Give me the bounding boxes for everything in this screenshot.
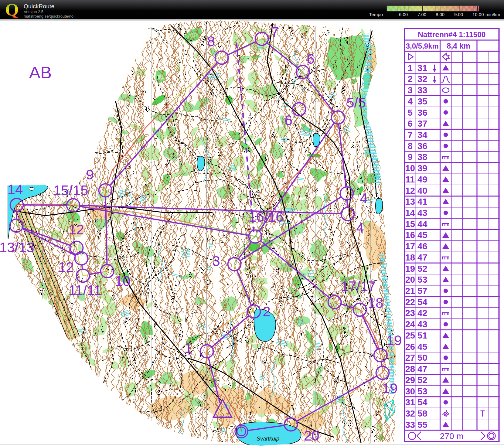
- svg-text:36: 36: [417, 108, 427, 117]
- svg-text:7: 7: [408, 130, 413, 140]
- svg-text:30: 30: [405, 386, 415, 396]
- svg-text:9: 9: [408, 152, 413, 162]
- svg-text:21: 21: [405, 286, 415, 296]
- svg-text:35: 35: [417, 97, 427, 106]
- svg-text:54: 54: [417, 397, 427, 407]
- svg-text:10: 10: [405, 163, 415, 173]
- svg-text:47: 47: [417, 364, 427, 374]
- svg-text:6: 6: [408, 119, 413, 128]
- svg-text:8,4 km: 8,4 km: [447, 42, 470, 50]
- svg-text:58: 58: [417, 409, 427, 418]
- svg-text:18: 18: [405, 253, 415, 262]
- svg-text:54: 54: [417, 297, 427, 307]
- svg-text:55: 55: [417, 420, 427, 430]
- svg-text:36: 36: [417, 141, 427, 151]
- svg-text:42: 42: [417, 308, 427, 318]
- svg-text:32: 32: [405, 409, 415, 418]
- svg-text:2: 2: [408, 74, 413, 84]
- svg-text:13: 13: [405, 197, 415, 206]
- svg-text:3,0/5,9km: 3,0/5,9km: [406, 42, 439, 50]
- svg-text:23: 23: [405, 308, 415, 318]
- svg-text:Nattrenn#4 1:11500: Nattrenn#4 1:11500: [418, 30, 485, 39]
- svg-text:44: 44: [417, 219, 427, 229]
- svg-text:24: 24: [405, 319, 415, 329]
- svg-text:37: 37: [417, 119, 427, 128]
- svg-text:22: 22: [405, 297, 415, 307]
- svg-text:15: 15: [405, 219, 415, 229]
- svg-text:27: 27: [405, 353, 415, 363]
- svg-text:39: 39: [417, 163, 427, 173]
- svg-text:34: 34: [417, 130, 427, 140]
- svg-text:4: 4: [408, 97, 413, 106]
- svg-text:25: 25: [405, 331, 415, 340]
- svg-text:3: 3: [408, 85, 413, 95]
- svg-text:14: 14: [405, 208, 415, 218]
- svg-text:1: 1: [408, 63, 413, 73]
- svg-text:5: 5: [408, 108, 413, 117]
- svg-text:52: 52: [417, 264, 427, 274]
- svg-text:26: 26: [405, 342, 415, 352]
- svg-text:52: 52: [417, 375, 427, 385]
- svg-text:45: 45: [417, 342, 427, 352]
- svg-text:43: 43: [417, 319, 427, 329]
- svg-text:8: 8: [408, 141, 413, 151]
- svg-text:53: 53: [417, 275, 427, 284]
- svg-text:20: 20: [405, 275, 415, 284]
- svg-text:57: 57: [417, 286, 427, 296]
- svg-text:32: 32: [417, 74, 427, 84]
- svg-text:16: 16: [405, 230, 415, 240]
- svg-text:49: 49: [417, 175, 427, 184]
- svg-text:12: 12: [405, 186, 415, 196]
- svg-text:47: 47: [417, 253, 427, 262]
- svg-text:33: 33: [405, 420, 415, 430]
- svg-text:17: 17: [405, 241, 415, 251]
- svg-text:31: 31: [405, 397, 415, 407]
- svg-text:43: 43: [417, 208, 427, 218]
- svg-text:19: 19: [405, 264, 415, 274]
- svg-text:31: 31: [417, 63, 427, 73]
- svg-text:38: 38: [417, 152, 427, 162]
- svg-text:53: 53: [417, 386, 427, 396]
- svg-text:29: 29: [405, 375, 415, 385]
- svg-text:50: 50: [417, 353, 427, 363]
- svg-text:28: 28: [405, 364, 415, 374]
- svg-text:51: 51: [417, 331, 427, 340]
- svg-text:45: 45: [417, 230, 427, 240]
- svg-text:46: 46: [417, 241, 427, 251]
- svg-text:40: 40: [417, 186, 427, 196]
- svg-text:41: 41: [417, 197, 427, 206]
- svg-text:11: 11: [405, 175, 415, 184]
- svg-text:270 m: 270 m: [440, 431, 464, 441]
- svg-text:33: 33: [417, 85, 427, 95]
